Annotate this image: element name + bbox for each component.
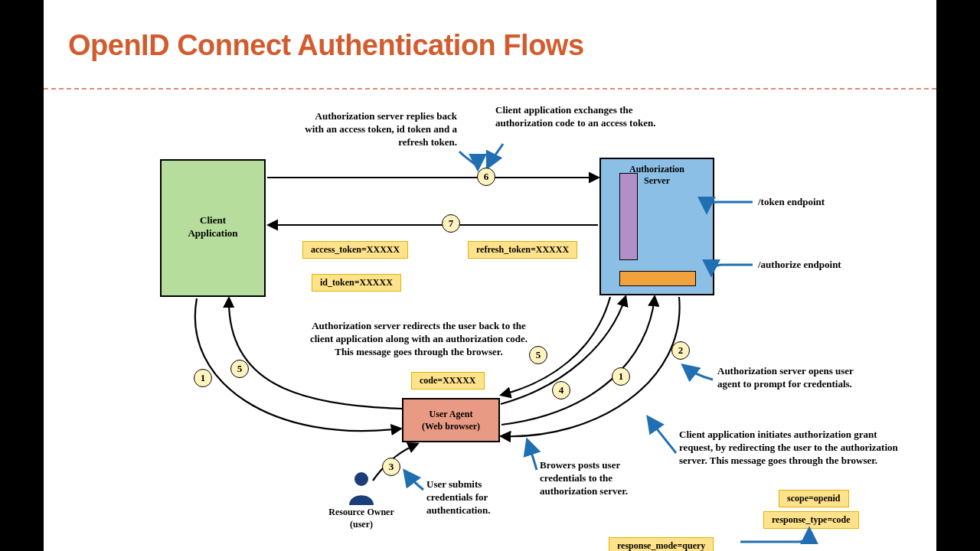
step-1-left: 1	[194, 369, 212, 387]
caption-7: Authorization server replies back with a…	[296, 110, 457, 149]
caption-6: Client application exchanges the authori…	[495, 104, 656, 130]
svg-point-0	[354, 472, 368, 486]
caption-3: User submits credentials for authenticat…	[426, 478, 526, 517]
node-authorization-server: AuthorizationServer	[599, 158, 714, 295]
token-endpoint-bar	[619, 173, 638, 260]
step-5-right: 5	[529, 346, 547, 364]
tag-response-type: response_type=code	[763, 511, 859, 529]
tag-id-token: id_token=XXXXX	[312, 274, 401, 292]
node-user-agent: User Agent(Web browser)	[402, 398, 500, 442]
step-3: 3	[382, 458, 400, 476]
caption-5: Authorization server redirects the user …	[308, 320, 530, 359]
tag-refresh-token: refresh_token=XXXXX	[468, 241, 577, 259]
step-5-left: 5	[230, 360, 249, 378]
step-4: 4	[552, 381, 570, 399]
step-6: 6	[477, 168, 495, 186]
callout-token-endpoint: /token endpoint	[758, 196, 825, 209]
step-7: 7	[442, 214, 460, 233]
user-icon	[346, 471, 377, 505]
caption-2: Authorization server opens user agent to…	[717, 365, 855, 391]
page-title: OpenID Connect Authentication Flows	[68, 29, 584, 62]
resource-owner-label: Resource Owner(user)	[315, 507, 407, 530]
step-1-right: 1	[612, 367, 630, 386]
tag-code: code=XXXXX	[411, 372, 485, 390]
node-client-application: ClientApplication	[160, 159, 266, 297]
tag-response-mode: response_mode=query	[609, 537, 714, 551]
caption-1: Client application initiates authorizati…	[679, 429, 901, 468]
callout-authorize-endpoint: /authorize endpoint	[758, 259, 841, 272]
step-2: 2	[671, 341, 690, 360]
authorize-endpoint-bar	[619, 271, 696, 286]
tag-scope: scope=openid	[779, 490, 849, 507]
divider	[44, 88, 936, 90]
tag-access-token: access_token=XXXXX	[302, 241, 408, 259]
caption-4: Browers posts user credentials to the au…	[540, 459, 655, 498]
